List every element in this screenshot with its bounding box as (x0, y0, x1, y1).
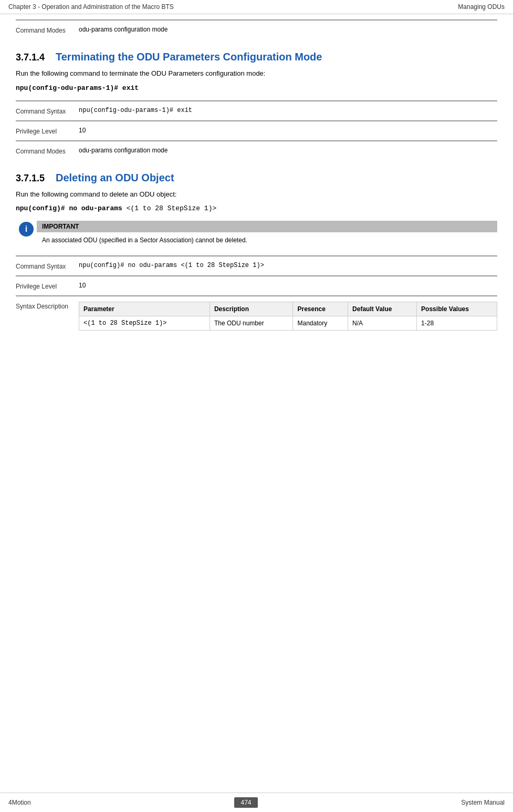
section-315-command: npu(config)# no odu-params <(1 to 28 Ste… (16, 204, 497, 212)
section-315-syntax-row: Command Syntax npu(config)# no odu-param… (16, 255, 497, 275)
page-header: Chapter 3 - Operation and Administration… (0, 0, 513, 14)
syntax-table-header-row: Parameter Description Presence Default V… (79, 302, 497, 316)
important-body: An associated ODU (specified in a Sector… (37, 232, 497, 248)
section-315-privilege-label: Privilege Level (16, 282, 79, 290)
footer-page: 474 (234, 797, 257, 808)
important-icon-col: i (16, 221, 37, 237)
page-footer: 4Motion 474 System Manual (0, 793, 513, 812)
section-314-body: Run the following command to terminate t… (16, 68, 497, 79)
section-314-privilege-row: Privilege Level 10 (16, 120, 497, 140)
section-315-syntax-desc-content: Parameter Description Presence Default V… (79, 302, 497, 331)
section-315-command-bold: npu(config)# no odu-params (16, 204, 122, 212)
section-314-title: Terminating the ODU Parameters Configura… (56, 51, 322, 63)
section-315-privilege-value: 10 (79, 282, 497, 290)
section-315-syntax-desc-label: Syntax Description (16, 302, 79, 310)
section-314-privilege-label: Privilege Level (16, 127, 79, 135)
section-315-title: Deleting an ODU Object (56, 172, 174, 184)
top-command-modes-value: odu-params configuration mode (79, 26, 497, 34)
section-314-modes-label: Command Modes (16, 147, 79, 155)
section-315-syntax-label: Command Syntax (16, 262, 79, 270)
syntax-table: Parameter Description Presence Default V… (79, 302, 497, 331)
section-314-number: 3.7.1.4 (16, 52, 47, 63)
col-description: Description (210, 302, 293, 316)
section-315-syntax-normal: <(1 to 28 StepSize 1)> (177, 262, 264, 269)
col-parameter: Parameter (79, 302, 210, 316)
col-possible-values: Possible Values (417, 302, 497, 316)
col-default-value: Default Value (348, 302, 417, 316)
section-315-body: Run the following command to delete an O… (16, 189, 497, 200)
section-314-syntax-row: Command Syntax npu(config-odu-params-1)#… (16, 100, 497, 120)
section-315-privilege-row: Privilege Level 10 (16, 275, 497, 295)
section-315-syntax-bold: npu(config)# no odu-params (79, 262, 177, 269)
section-314-privilege-value: 10 (79, 127, 497, 135)
table-cell: <(1 to 28 StepSize 1)> (79, 316, 210, 331)
table-cell: N/A (348, 316, 417, 331)
section-314-heading: 3.7.1.4 Terminating the ODU Parameters C… (16, 51, 497, 63)
table-cell: Mandatory (293, 316, 348, 331)
section-315-heading: 3.7.1.5 Deleting an ODU Object (16, 172, 497, 184)
section-314-command: npu(config-odu-params-1)# exit (16, 84, 497, 92)
table-cell: 1-28 (417, 316, 497, 331)
page-content: Command Modes odu-params configuration m… (0, 14, 513, 367)
section-315-syntax-desc-row: Syntax Description Parameter Description… (16, 295, 497, 336)
top-command-modes-row: Command Modes odu-params configuration m… (16, 19, 497, 39)
col-presence: Presence (293, 302, 348, 316)
top-command-modes-label: Command Modes (16, 26, 79, 34)
important-header: IMPORTANT (37, 221, 497, 232)
header-left: Chapter 3 - Operation and Administration… (8, 3, 174, 11)
table-row: <(1 to 28 StepSize 1)>The ODU numberMand… (79, 316, 497, 331)
footer-left: 4Motion (8, 799, 31, 806)
section-314-syntax-value: npu(config-odu-params-1)# exit (79, 107, 497, 115)
header-right: Managing ODUs (458, 3, 505, 11)
section-314-syntax-label: Command Syntax (16, 107, 79, 115)
section-315-number: 3.7.1.5 (16, 173, 47, 184)
footer-right: System Manual (461, 799, 505, 806)
important-wrapper: i IMPORTANT An associated ODU (specified… (16, 221, 497, 248)
section-314-modes-value: odu-params configuration mode (79, 147, 497, 155)
section-314-modes-row: Command Modes odu-params configuration m… (16, 140, 497, 160)
table-cell: The ODU number (210, 316, 293, 331)
info-icon: i (19, 222, 34, 237)
section-315-syntax-value: npu(config)# no odu-params <(1 to 28 Ste… (79, 262, 497, 270)
section-315-command-normal: <(1 to 28 StepSize 1)> (122, 204, 216, 212)
important-box: IMPORTANT An associated ODU (specified i… (37, 221, 497, 248)
